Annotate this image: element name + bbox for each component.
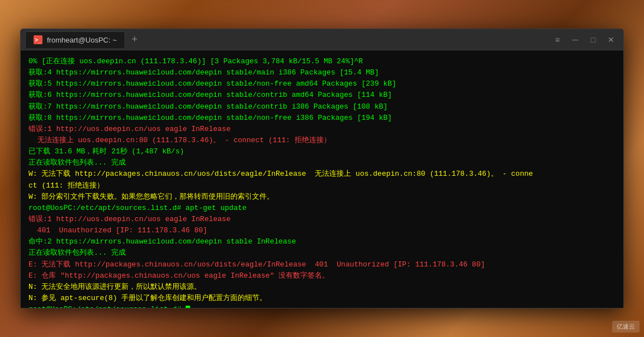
window-controls: ≡ ─ □ ✕ bbox=[552, 34, 619, 45]
minimize-button[interactable]: ─ bbox=[570, 34, 581, 45]
menu-button[interactable]: ≡ bbox=[552, 34, 563, 45]
terminal-line: W: 无法下载 http://packages.chinauos.cn/uos/… bbox=[29, 168, 615, 180]
terminal-cursor bbox=[186, 306, 190, 308]
terminal-line: 错误:1 http://uos.deepin.cn/uos eagle InRe… bbox=[29, 124, 615, 135]
terminal-line: 错误:1 http://uos.deepin.cn/uos eagle InRe… bbox=[29, 214, 615, 225]
terminal-line: 正在读取软件包列表... 完成 bbox=[29, 157, 615, 168]
tab-area: >_ fromheart@UosPC: ~ + bbox=[25, 31, 552, 48]
terminal-line: N: 参见 apt-secure(8) 手册以了解仓库创建和用户配置方面的细节。 bbox=[29, 293, 615, 304]
active-tab[interactable]: >_ fromheart@UosPC: ~ bbox=[25, 31, 125, 48]
terminal-line: E: 无法下载 http://packages.chinauos.cn/uos/… bbox=[29, 259, 615, 270]
terminal-window: >_ fromheart@UosPC: ~ + ≡ ─ □ ✕ 0% [正在连接… bbox=[20, 29, 624, 308]
terminal-line: 0% [正在连接 uos.deepin.cn (111.178.3.46)] [… bbox=[29, 56, 615, 67]
terminal-body[interactable]: 0% [正在连接 uos.deepin.cn (111.178.3.46)] [… bbox=[21, 50, 623, 308]
terminal-line: N: 无法安全地用该源进行更新，所以默认禁用该源。 bbox=[29, 282, 615, 293]
terminal-line: ct (111: 拒绝连接） bbox=[29, 180, 615, 191]
terminal-line: root@UosPC:/etc/apt/sources.list.d# apt-… bbox=[29, 203, 615, 214]
terminal-line: 获取:6 https://mirrors.huaweicloud.com/dee… bbox=[29, 90, 615, 101]
terminal-line: 正在读取软件包列表... 完成 bbox=[29, 247, 615, 259]
terminal-line: 获取:4 https://mirrors.huaweicloud.com/dee… bbox=[29, 67, 615, 78]
terminal-line: 获取:8 https://mirrors.huaweicloud.com/dee… bbox=[29, 113, 615, 124]
terminal-line: 已下载 31.6 MB，耗时 21秒 (1,487 kB/s) bbox=[29, 146, 615, 157]
terminal-line: 获取:5 https://mirrors.huaweicloud.com/dee… bbox=[29, 78, 615, 90]
close-button[interactable]: ✕ bbox=[605, 34, 617, 45]
terminal-line: 获取:7 https://mirrors.huaweicloud.com/dee… bbox=[29, 101, 615, 113]
terminal-line: W: 部分索引文件下载失败。如果您忽略它们，那将转而使用旧的索引文件。 bbox=[29, 191, 615, 203]
terminal-line: root@UosPC:/etc/apt/sources.list.d# bbox=[29, 304, 615, 308]
titlebar: >_ fromheart@UosPC: ~ + ≡ ─ □ ✕ bbox=[21, 29, 623, 50]
tab-label: fromheart@UosPC: ~ bbox=[47, 36, 117, 44]
terminal-tab-icon: >_ bbox=[34, 35, 42, 44]
watermark: 亿速云 bbox=[612, 321, 640, 333]
terminal-line: 401 Unauthorized [IP: 111.178.3.46 80] bbox=[29, 225, 615, 236]
terminal-line: 无法连接上 uos.deepin.cn:80 (111.178.3.46)。 -… bbox=[29, 135, 615, 146]
terminal-line: E: 仓库 "http://packages.chinauos.cn/uos e… bbox=[29, 270, 615, 282]
restore-button[interactable]: □ bbox=[588, 34, 599, 45]
terminal-line: 命中:2 https://mirrors.huaweicloud.com/dee… bbox=[29, 236, 615, 247]
add-tab-button[interactable]: + bbox=[127, 32, 142, 47]
